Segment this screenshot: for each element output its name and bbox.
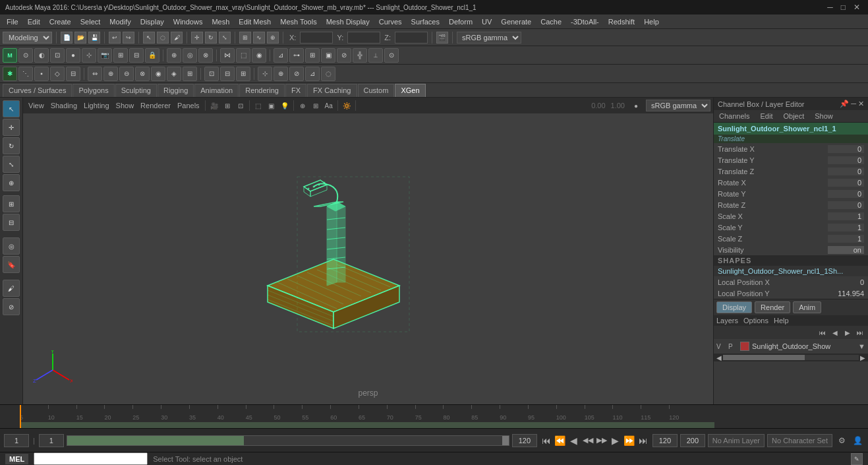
channel-value-ty[interactable]: 0 [828,156,864,164]
menu-select[interactable]: Select [76,16,105,27]
layer-visibility-toggle[interactable]: V [716,343,726,350]
universal-tool-btn[interactable]: ⊕ [3,174,20,191]
artisan-btn[interactable]: ⊘ [3,298,20,315]
close-button[interactable]: ✕ [851,3,863,12]
maximize-button[interactable]: □ [838,3,848,12]
move-btn[interactable]: ✛ [191,32,203,44]
connect-btn[interactable]: ⟂ [368,48,383,63]
menu-display[interactable]: Display [136,16,168,27]
channel-value-sx[interactable]: 1 [828,212,864,220]
reduce-btn[interactable]: ◈ [167,67,181,81]
menu-create[interactable]: Create [45,16,75,27]
cb-menu-edit[interactable]: Edit [757,111,775,121]
menu-file[interactable]: File [3,16,22,27]
window-controls[interactable]: ─ □ ✕ [825,3,863,12]
lighting-btn[interactable]: 💡 [279,100,291,111]
extrude-btn[interactable]: ⊞ [305,48,320,63]
deformer-btn[interactable]: ⊿ [305,67,320,81]
tab-fx[interactable]: FX [285,84,306,97]
gamma-selector[interactable]: sRGB gamma [457,32,521,44]
layer-nav-last[interactable]: ⏭ [855,327,865,338]
channel-scale-z[interactable]: Scale Z 1 [714,233,868,244]
snap-to-btn[interactable]: ⊗ [198,48,213,63]
bevel-btn[interactable]: ⊿ [274,48,288,63]
cb-pin-btn[interactable]: 📌 [840,100,849,108]
menu-edit-mesh[interactable]: Edit Mesh [235,16,275,27]
select-tool-btn[interactable]: ↖ [3,100,20,117]
layer-scrollbar[interactable]: ◀ ▶ [714,354,868,361]
channel-visibility[interactable]: Visibility on [714,244,868,255]
z-input[interactable] [395,32,428,44]
local-pos-x-value[interactable]: 0 [860,278,864,286]
menu-curves[interactable]: Curves [375,16,406,27]
channel-value-ry[interactable]: 0 [828,190,864,198]
channel-scale-x[interactable]: Scale X 1 [714,210,868,222]
menu-windows[interactable]: Windows [169,16,207,27]
target-weld-btn[interactable]: ⊙ [384,48,399,63]
menu-cache[interactable]: Cache [536,16,565,27]
isolate-btn[interactable]: ◉ [252,48,266,63]
layer-menu-layers[interactable]: Layers [716,317,738,325]
ortho-btn[interactable]: ⊟ [129,48,144,63]
bookmark-btn[interactable]: 🔖 [3,256,20,273]
channel-translate-y[interactable]: Translate Y 0 [714,154,868,166]
separate-btn[interactable]: ⊖ [119,67,134,81]
grid-btn[interactable]: ⊞ [310,100,322,111]
snap-point-btn[interactable]: ⊕ [267,32,279,44]
x-input[interactable] [300,32,333,44]
channel-value-tx[interactable]: 0 [828,145,864,153]
move-tool-btn[interactable]: ✛ [3,119,20,136]
range-slider[interactable] [67,435,509,446]
local-pos-y-row[interactable]: Local Position Y 114.954 [714,288,868,299]
channel-rotate-x[interactable]: Rotate X 0 [714,177,868,188]
channel-value-rz[interactable]: 0 [828,201,864,209]
no-anim-layer-label[interactable]: No Anim Layer [708,434,765,447]
playback-settings-btn[interactable]: ⚙ [835,434,848,447]
edge-mode-btn[interactable]: ⋱ [18,67,33,81]
step-fwd-btn[interactable]: ▶ [609,434,622,447]
cage-btn[interactable]: ⊡ [204,67,219,81]
wireframe-on-shaded-btn[interactable]: ⬚ [252,100,264,111]
menu-generate[interactable]: Generate [497,16,535,27]
tab-polygons[interactable]: Polygons [72,84,114,97]
go-to-end-btn[interactable]: ⏭ [637,434,650,447]
smooth-btn[interactable]: ◉ [151,67,165,81]
undo-btn[interactable]: ↩ [109,32,121,44]
scroll-right-arrow[interactable]: ▶ [859,354,867,361]
camera-panel-btn[interactable]: ⊞ [221,100,233,111]
tab-animation[interactable]: Animation [194,84,239,97]
scroll-track[interactable] [723,355,859,360]
channel-translate-z[interactable]: Translate Z 0 [714,166,868,177]
xray-btn[interactable]: ⬚ [236,48,250,63]
remesh-btn[interactable]: ⊞ [183,67,197,81]
save-btn[interactable]: 💾 [88,32,100,44]
lighting-menu[interactable]: Lighting [81,102,112,109]
range-end-input[interactable] [512,434,537,447]
mirror-btn[interactable]: ⇔ [88,67,102,81]
tab-sculpting[interactable]: Sculpting [115,84,157,97]
timeline-ruler-bar[interactable]: 5101520253035404550556065707580859095100… [0,405,868,428]
pivot-btn[interactable]: ⊕ [167,48,181,63]
render-icon-btn[interactable]: 🔆 [341,100,353,111]
rotate-tool-btn[interactable]: ↻ [3,137,20,154]
play-reverse-btn[interactable]: ◀◀ [581,434,594,447]
bridge-btn[interactable]: ⊶ [289,48,304,63]
combine-btn[interactable]: ⊕ [103,67,118,81]
y-input[interactable] [347,32,380,44]
minimize-button[interactable]: ─ [825,3,836,12]
render-tab[interactable]: Render [755,301,790,313]
view-shaded-btn[interactable]: ◐ [34,48,49,63]
show-menu[interactable]: Show [113,102,137,109]
channel-scale-y[interactable]: Scale Y 1 [714,222,868,233]
resolution-btn[interactable]: ⊡ [235,100,246,111]
tab-rigging[interactable]: Rigging [158,84,194,97]
local-pos-y-value[interactable]: 114.954 [838,290,864,297]
fill-btn[interactable]: ▣ [321,48,335,63]
menu-edit[interactable]: Edit [24,16,44,27]
select-btn[interactable]: ↖ [143,32,155,44]
scroll-thumb[interactable] [723,355,805,360]
render-btn[interactable]: 🎬 [436,32,448,44]
tab-rendering[interactable]: Rendering [239,84,285,97]
tab-custom[interactable]: Custom [358,84,395,97]
redo-btn[interactable]: ↪ [123,32,134,44]
